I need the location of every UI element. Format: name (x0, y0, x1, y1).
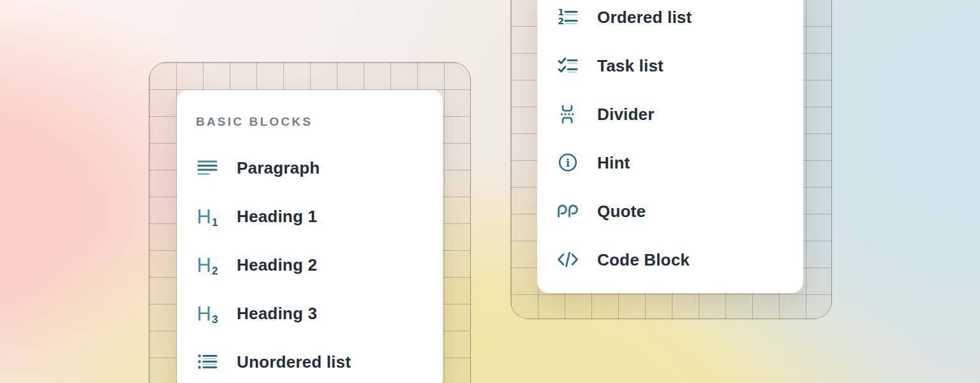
menu-item-label: Hint (597, 153, 630, 173)
menu-item-paragraph[interactable]: Paragraph (196, 144, 424, 192)
menu-item-label: Paragraph (237, 158, 320, 178)
menu-item-code-block[interactable]: Code Block (556, 236, 784, 284)
heading-icon: H3 (196, 302, 219, 325)
ordered-list-icon: 1 2 (556, 6, 579, 29)
section-label-basic-blocks: BASIC BLOCKS (196, 114, 424, 130)
menu-item-label: Unordered list (237, 352, 351, 372)
menu-item-divider[interactable]: Divider (556, 90, 784, 139)
menu-item-hint[interactable]: iHint (556, 139, 784, 187)
menu-item-label: Heading 2 (237, 255, 317, 275)
basic-blocks-menu: BASIC BLOCKS ParagraphH1Heading 1H2Headi… (177, 90, 443, 383)
divider-icon (556, 103, 579, 126)
paragraph-icon (196, 156, 219, 179)
hint-icon: i (556, 151, 579, 174)
code-block-icon (556, 248, 579, 271)
menu-item-heading-2[interactable]: H2Heading 2 (196, 241, 424, 289)
menu-item-heading-3[interactable]: H3Heading 3 (196, 289, 424, 338)
heading-icon: H1 (196, 205, 219, 228)
menu-item-label: Quote (597, 202, 646, 222)
menu-item-heading-1[interactable]: H1Heading 1 (196, 192, 424, 241)
menu-item-quote[interactable]: Quote (556, 187, 784, 236)
more-blocks-menu: 1 2 Ordered list Task list Divider iHint… (537, 0, 803, 293)
svg-text:i: i (566, 156, 570, 169)
menu-item-label: Ordered list (597, 8, 692, 27)
menu-item-label: Heading 3 (237, 304, 317, 324)
quote-icon (556, 200, 579, 223)
task-list-icon (556, 54, 579, 77)
menu-item-label: Code Block (597, 250, 690, 270)
basic-blocks-item-list: ParagraphH1Heading 1H2Heading 2H3Heading… (196, 144, 424, 383)
heading-icon: H2 (196, 253, 219, 276)
unordered-list-icon (196, 350, 219, 373)
menu-item-unordered-list[interactable]: Unordered list (196, 338, 424, 383)
menu-item-label: Task list (597, 56, 664, 76)
menu-item-task-list[interactable]: Task list (556, 41, 784, 90)
menu-item-label: Divider (597, 105, 655, 124)
menu-item-label: Heading 1 (237, 207, 317, 227)
menu-item-ordered-list[interactable]: 1 2 Ordered list (556, 0, 784, 41)
svg-text:2: 2 (558, 16, 564, 26)
more-blocks-item-list: 1 2 Ordered list Task list Divider iHint… (556, 0, 784, 284)
illustration-background: BASIC BLOCKS ParagraphH1Heading 1H2Headi… (0, 0, 980, 383)
